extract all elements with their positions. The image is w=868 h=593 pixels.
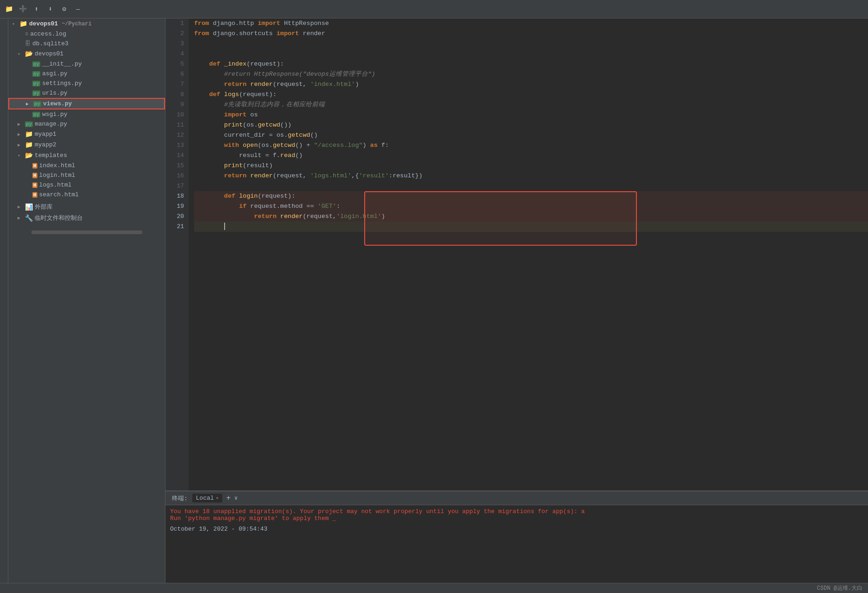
terminal-close-icon[interactable]: × <box>216 496 219 501</box>
terminal-label: 终端: <box>169 493 190 503</box>
folder-icon[interactable]: 📁 <box>4 4 14 14</box>
line-num-2: 2 <box>165 29 184 39</box>
root-subtitle: ~/Pychari <box>61 21 92 27</box>
file-tree-myapp1[interactable]: ▶ 📁 myapp1 <box>8 129 165 139</box>
terminal-tab-local[interactable]: Local × <box>192 494 223 502</box>
file-tree-root[interactable]: ▾ 📁 devops01 ~/Pychari <box>8 18 165 29</box>
manage-py-icon: py <box>25 121 33 127</box>
root-label: devops01 <box>29 20 58 27</box>
terminal-section: 终端: Local × + ∨ You have 18 unapplied mi… <box>165 490 868 583</box>
root-arrow: ▾ <box>12 21 18 27</box>
line-num-20: 20 <box>165 212 184 222</box>
code-line-14: result = f.read() <box>194 151 868 161</box>
file-tree-temp-console[interactable]: ▶ 🔧 临时文件和控制台 <box>8 212 165 224</box>
index-html-label: index.html <box>39 162 75 169</box>
line-num-15: 15 <box>165 161 184 171</box>
code-line-9: #先读取到日志内容，在相应给前端 <box>194 100 868 110</box>
code-line-1: from django.http import HttpResponse <box>194 18 868 29</box>
add-icon[interactable]: ➕ <box>18 4 28 14</box>
file-tree: ▾ 📁 devops01 ~/Pychari ≡ access.log 🗄 db… <box>8 18 165 583</box>
terminal-warning-line2: Run 'python manage.py migrate' to apply … <box>170 515 863 522</box>
file-tree-asgi-py[interactable]: py asgi.py <box>8 69 165 79</box>
temp-icon: 🔧 <box>25 214 33 222</box>
code-line-5: def _index(request): <box>194 59 868 69</box>
line-num-5: 5 <box>165 59 184 69</box>
code-lines[interactable]: from django.http import HttpResponse fro… <box>189 18 868 490</box>
devops01-arrow: ▾ <box>18 51 23 57</box>
file-tree-login-html[interactable]: H login.html <box>8 170 165 180</box>
wsgi-py-icon: py <box>32 112 40 117</box>
logs-html-icon: H <box>32 182 37 188</box>
code-line-7: return render(request, 'index.html') <box>194 79 868 90</box>
sidebar-gutter: 视 <box>0 18 8 583</box>
line-num-8: 8 <box>165 90 184 100</box>
devops01-folder-label: devops01 <box>35 50 63 57</box>
line-num-17: 17 <box>165 181 184 191</box>
file-tree-index-html[interactable]: H index.html <box>8 161 165 170</box>
init-py-label: __init__.py <box>42 61 82 67</box>
file-tree-manage-py[interactable]: ▶ py manage.py <box>8 119 165 129</box>
file-tree-access-log[interactable]: ≡ access.log <box>8 29 165 39</box>
settings-icon[interactable]: ⚙ <box>59 4 69 14</box>
log-icon: ≡ <box>25 31 28 37</box>
file-tree-logs-html[interactable]: H logs.html <box>8 180 165 190</box>
myapp2-folder-icon: 📁 <box>25 141 33 149</box>
file-tree-search-html[interactable]: H search.html <box>8 190 165 200</box>
file-tree-wsgi-py[interactable]: py wsgi.py <box>8 109 165 119</box>
align-bottom-icon[interactable]: ⬇ <box>45 4 55 14</box>
status-bar: CSDN @运维.大白 <box>0 583 868 593</box>
code-line-13: with open(os.getcwd() + "/access.log") a… <box>194 140 868 151</box>
line-num-10: 10 <box>165 110 184 120</box>
init-py-icon: py <box>32 61 40 67</box>
line-num-1: 1 <box>165 18 184 29</box>
code-line-19: if request.method == 'GET': <box>194 201 868 212</box>
line-num-19: 19 <box>165 201 184 212</box>
attribution: CSDN @运维.大白 <box>817 584 862 592</box>
line-num-4: 4 <box>165 49 184 59</box>
file-tree-views-py[interactable]: ▶ py views.py <box>8 98 165 109</box>
templates-folder-icon: 📂 <box>25 151 33 159</box>
settings-py-label: settings.py <box>42 80 82 87</box>
line-num-11: 11 <box>165 120 184 130</box>
line-num-12: 12 <box>165 130 184 140</box>
terminal-tabs: 终端: Local × + ∨ <box>165 491 868 505</box>
file-tree-templates[interactable]: ▾ 📂 templates <box>8 150 165 161</box>
file-tree-urls-py[interactable]: py urls.py <box>8 88 165 98</box>
urls-py-icon: py <box>32 91 40 96</box>
file-tree-myapp2[interactable]: ▶ 📁 myapp2 <box>8 139 165 150</box>
code-line-15: print(result) <box>194 161 868 171</box>
myapp2-arrow: ▶ <box>18 142 23 148</box>
file-tree-settings-py[interactable]: py settings.py <box>8 79 165 88</box>
file-tree-db-sqlite[interactable]: 🗄 db.sqlite3 <box>8 39 165 48</box>
line-numbers: 1 2 3 4 5 6 7 8 9 10 11 12 13 14 15 16 1… <box>165 18 189 490</box>
code-line-20: return render(request,'login.html') <box>194 212 868 222</box>
myapp1-folder-icon: 📁 <box>25 130 33 138</box>
file-tree-init-py[interactable]: py __init__.py <box>8 59 165 69</box>
search-html-icon: H <box>32 192 37 198</box>
code-line-17 <box>194 181 868 191</box>
align-top-icon[interactable]: ⬆ <box>31 4 42 14</box>
horizontal-scrollbar[interactable] <box>31 230 142 234</box>
code-line-8: def logs(request): <box>194 90 868 100</box>
minimize-icon[interactable]: — <box>73 4 83 14</box>
terminal-add-icon[interactable]: + <box>224 494 232 502</box>
code-line-12: current_dir = os.getcwd() <box>194 130 868 140</box>
code-line-3 <box>194 39 868 49</box>
temp-arrow: ▶ <box>18 215 23 221</box>
index-html-icon: H <box>32 163 37 169</box>
line-num-9: 9 <box>165 100 184 110</box>
line-num-18: 18 <box>165 191 184 201</box>
line-num-16: 16 <box>165 171 184 181</box>
templates-label: templates <box>35 152 67 159</box>
terminal-chevron-icon[interactable]: ∨ <box>234 495 238 502</box>
file-tree-external-libs[interactable]: ▶ 📊 外部库 <box>8 201 165 212</box>
access-log-label: access.log <box>30 30 66 37</box>
temp-console-label: 临时文件和控制台 <box>35 214 83 222</box>
code-line-11: print(os.getcwd()) <box>194 120 868 130</box>
login-html-label: login.html <box>39 172 75 179</box>
line-num-7: 7 <box>165 79 184 90</box>
wsgi-py-label: wsgi.py <box>42 111 67 118</box>
external-libs-label: 外部库 <box>35 203 53 211</box>
terminal-content: You have 18 unapplied migration(s). Your… <box>165 505 868 583</box>
file-tree-devops01-folder[interactable]: ▾ 📂 devops01 <box>8 48 165 59</box>
